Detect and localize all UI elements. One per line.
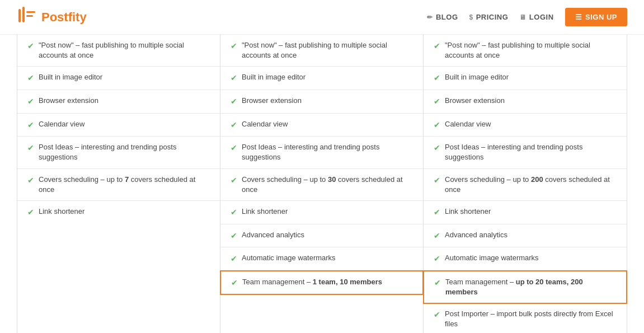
list-item: ✔ "Post now" – fast publishing to multip…	[424, 35, 627, 67]
agency-feature-list: ✔ "Post now" – fast publishing to multip…	[424, 35, 627, 333]
logo[interactable]: Postfity	[17, 6, 87, 29]
list-item: ✔ Link shortener	[424, 201, 627, 224]
list-item: ✔ Post Ideas – interesting and trending …	[220, 137, 423, 168]
nav-login[interactable]: 🖥 LOGIN	[519, 13, 553, 21]
list-item: ✔ Built in image editor	[424, 67, 627, 90]
feature-text: Automatic image watermarks	[445, 253, 617, 263]
feature-text: Link shortener	[242, 207, 413, 217]
list-item: ✔ Covers scheduling – up to 200 covers s…	[424, 169, 627, 201]
svg-rect-0	[18, 9, 21, 22]
plan-starter: ✔ "Post now" – fast publishing to multip…	[17, 35, 220, 333]
feature-text: Advanced analytics	[445, 230, 617, 240]
check-icon: ✔	[231, 254, 237, 265]
team-management-feature: ✔ Team management – 1 team, 10 members	[220, 270, 424, 296]
svg-rect-3	[26, 15, 33, 17]
check-icon: ✔	[231, 73, 237, 84]
feature-text: "Post now" – fast publishing to multiple…	[445, 40, 617, 60]
check-icon: ✔	[231, 231, 237, 242]
list-item: ✔ Built in image editor	[220, 67, 423, 90]
check-icon: ✔	[231, 143, 237, 154]
check-icon: ✔	[27, 73, 34, 84]
check-icon: ✔	[27, 96, 34, 107]
check-icon: ✔	[434, 231, 440, 242]
list-item: ✔ Link shortener	[220, 201, 423, 224]
check-icon: ✔	[434, 309, 440, 321]
check-icon: ✔	[27, 120, 34, 131]
feature-text: Built in image editor	[242, 72, 413, 82]
list-item: ✔ Link shortener	[17, 201, 220, 224]
feature-text: Automatic image watermarks	[242, 253, 413, 263]
feature-text: Browser extension	[39, 96, 210, 106]
feature-text: Advanced analytics	[242, 230, 413, 240]
list-item: ✔ Post Ideas – interesting and trending …	[17, 137, 220, 168]
list-item: ✔ Covers scheduling – up to 30 covers sc…	[220, 169, 423, 201]
check-icon: ✔	[231, 278, 238, 289]
feature-text: Covers scheduling – up to 7 covers sched…	[39, 175, 210, 195]
feature-text: Link shortener	[39, 207, 210, 217]
check-icon: ✔	[231, 175, 237, 186]
team-management-agency-feature: ✔ Team management – up to 20 teams, 200 …	[423, 270, 627, 304]
starter-feature-list: ✔ "Post now" – fast publishing to multip…	[17, 35, 220, 224]
svg-rect-1	[22, 7, 25, 22]
check-icon: ✔	[434, 73, 440, 84]
feature-text: Calendar view	[39, 119, 210, 129]
feature-text: Post Ideas – interesting and trending po…	[242, 142, 413, 162]
logo-icon	[17, 6, 37, 29]
check-icon: ✔	[434, 175, 440, 186]
nav: ✏ BLOG $ PRICING 🖥 LOGIN ☰ SIGN UP	[427, 8, 627, 26]
check-icon: ✔	[27, 41, 34, 52]
list-item: ✔ Browser extension	[424, 90, 627, 114]
list-item: ✔ Post Ideas – interesting and trending …	[424, 137, 627, 168]
feature-text: Covers scheduling – up to 200 covers sch…	[445, 175, 617, 195]
check-icon: ✔	[231, 41, 237, 52]
feature-text: Calendar view	[242, 119, 413, 129]
signup-button[interactable]: ☰ SIGN UP	[565, 8, 627, 26]
feature-text: Post Ideas – interesting and trending po…	[39, 142, 210, 162]
dollar-icon: $	[469, 13, 473, 21]
feature-text: Link shortener	[445, 207, 617, 217]
pencil-icon: ✏	[427, 13, 433, 21]
list-item: ✔ Post Importer – import bulk posts dire…	[424, 303, 627, 333]
check-icon: ✔	[434, 254, 440, 265]
check-icon: ✔	[27, 143, 34, 154]
nav-pricing[interactable]: $ PRICING	[469, 13, 509, 21]
plan-agency: ✔ "Post now" – fast publishing to multip…	[424, 35, 627, 333]
list-item: ✔ Automatic image watermarks	[424, 247, 627, 271]
list-item: ✔ Browser extension	[220, 90, 423, 114]
pro-feature-list: ✔ "Post now" – fast publishing to multip…	[220, 35, 423, 295]
feature-text: Covers scheduling – up to 30 covers sche…	[242, 175, 413, 195]
list-item: ✔ Covers scheduling – up to 7 covers sch…	[17, 169, 220, 201]
list-item: ✔ Advanced analytics	[220, 224, 423, 248]
svg-rect-2	[26, 11, 35, 13]
check-icon: ✔	[434, 207, 440, 218]
check-icon: ✔	[27, 207, 34, 218]
feature-text: Team management – up to 20 teams, 200 me…	[445, 277, 616, 297]
list-item: ✔ Advanced analytics	[424, 224, 627, 248]
feature-text: "Post now" – fast publishing to multiple…	[39, 40, 210, 60]
header: Postfity ✏ BLOG $ PRICING 🖥 LOGIN ☰ SIGN…	[0, 0, 644, 35]
check-icon: ✔	[231, 207, 237, 218]
feature-text: Post Importer – import bulk posts direct…	[445, 309, 617, 329]
list-item: ✔ Calendar view	[424, 114, 627, 137]
list-item: ✔ "Post now" – fast publishing to multip…	[220, 35, 423, 67]
check-icon: ✔	[434, 96, 440, 107]
pricing-table: ✔ "Post now" – fast publishing to multip…	[17, 35, 627, 333]
feature-text: Browser extension	[445, 96, 617, 106]
check-icon: ✔	[434, 143, 440, 154]
logo-text: Postfity	[41, 10, 87, 25]
feature-text: Browser extension	[242, 96, 413, 106]
nav-blog[interactable]: ✏ BLOG	[427, 13, 458, 21]
main-content: ✔ "Post now" – fast publishing to multip…	[0, 35, 644, 333]
check-icon: ✔	[231, 96, 237, 107]
monitor-icon: 🖥	[519, 13, 527, 21]
feature-text: "Post now" – fast publishing to multiple…	[242, 40, 413, 60]
list-item: ✔ Built in image editor	[17, 67, 220, 90]
list-item: ✔ Automatic image watermarks	[220, 247, 423, 271]
check-icon: ✔	[27, 175, 34, 186]
feature-text: Built in image editor	[445, 72, 617, 82]
list-item: ✔ "Post now" – fast publishing to multip…	[17, 35, 220, 67]
check-icon: ✔	[434, 278, 441, 289]
feature-text: Calendar view	[445, 119, 617, 129]
check-icon: ✔	[231, 120, 237, 131]
list-item: ✔ Calendar view	[17, 114, 220, 137]
